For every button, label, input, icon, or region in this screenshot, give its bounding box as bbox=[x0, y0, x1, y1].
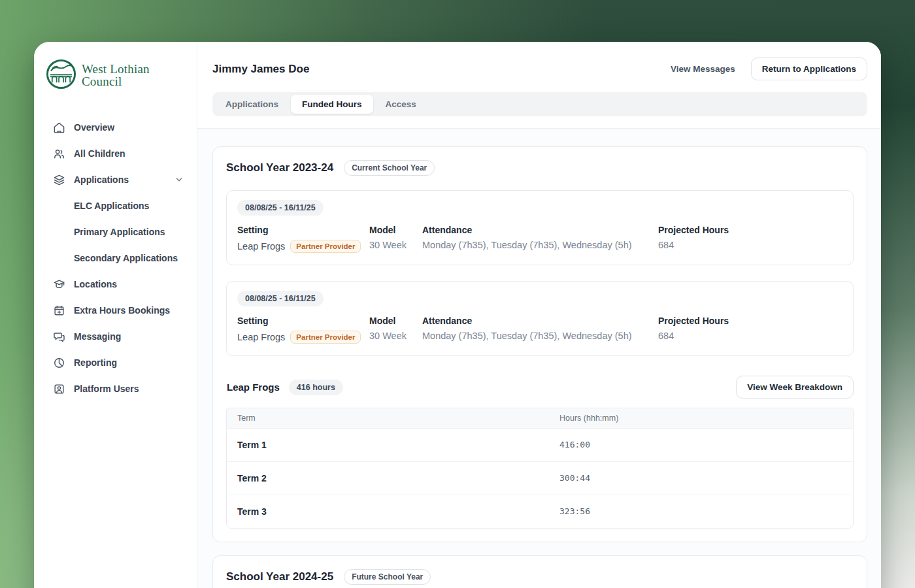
return-to-applications-button[interactable]: Return to Applications bbox=[751, 57, 867, 80]
sidebar-item-label: Overview bbox=[74, 122, 114, 133]
projected-hours-value: 684 bbox=[658, 240, 842, 250]
setting-value: Leap Frogs bbox=[237, 332, 285, 342]
date-range-badge: 08/08/25 - 16/11/25 bbox=[237, 291, 324, 306]
model-value: 30 Week bbox=[369, 240, 422, 250]
sidebar-nav: Overview All Children Applications ELC A… bbox=[46, 114, 188, 402]
sidebar-item-label: Applications bbox=[74, 174, 129, 185]
future-school-year-badge: Future School Year bbox=[344, 569, 431, 585]
date-range-badge: 08/08/25 - 16/11/25 bbox=[237, 200, 324, 216]
layers-icon bbox=[52, 173, 65, 186]
sidebar-item-elc-applications[interactable]: ELC Applications bbox=[46, 193, 188, 219]
sidebar-item-label: Messaging bbox=[74, 331, 121, 342]
hours-column-header: Hours (hhh:mm) bbox=[549, 408, 853, 428]
projected-hours-column: Projected Hours 684 bbox=[658, 316, 842, 344]
projected-hours-value: 684 bbox=[658, 331, 842, 341]
view-messages-link[interactable]: View Messages bbox=[671, 64, 735, 74]
term-column-header: Term bbox=[227, 408, 549, 428]
sidebar-item-secondary-applications[interactable]: Secondary Applications bbox=[46, 245, 188, 271]
model-column: Model 30 Week bbox=[369, 316, 422, 344]
tab-bar: Applications Funded Hours Access bbox=[212, 92, 867, 116]
attendance-column: Attendance Monday (7h35), Tuesday (7h35)… bbox=[422, 316, 658, 344]
term-cell: Term 2 bbox=[227, 462, 549, 495]
page-title: Jimmy James Doe bbox=[212, 63, 309, 76]
sidebar-item-overview[interactable]: Overview bbox=[46, 114, 188, 140]
hours-cell: 323:56 bbox=[549, 495, 853, 528]
chevron-down-icon bbox=[175, 175, 184, 184]
setting-value: Leap Frogs bbox=[237, 241, 285, 252]
tab-applications[interactable]: Applications bbox=[214, 95, 290, 114]
sidebar-item-label: Extra Hours Bookings bbox=[74, 305, 170, 316]
main-area: Jimmy James Doe View Messages Return to … bbox=[197, 42, 881, 588]
tab-access[interactable]: Access bbox=[374, 95, 427, 114]
school-icon bbox=[52, 278, 65, 291]
current-school-year-badge: Current School Year bbox=[344, 160, 435, 176]
setting-label: Setting bbox=[237, 225, 369, 235]
council-crest-icon bbox=[46, 59, 76, 92]
sidebar: West Lothian Council Overview All Childr… bbox=[34, 42, 197, 588]
setting-column: Setting Leap Frogs Partner Provider bbox=[237, 225, 369, 253]
funded-hours-entry: 08/08/25 - 16/11/25 Setting Leap Frogs P… bbox=[226, 281, 854, 356]
sidebar-item-label: Secondary Applications bbox=[74, 253, 178, 263]
view-week-breakdown-button[interactable]: View Week Breakdown bbox=[736, 376, 854, 399]
model-value: 30 Week bbox=[369, 331, 422, 341]
school-year-card-2023-24: School Year 2023-24 Current School Year … bbox=[212, 146, 867, 542]
table-row: Term 3 323:56 bbox=[227, 495, 853, 528]
model-label: Model bbox=[369, 316, 422, 326]
sidebar-item-label: Primary Applications bbox=[74, 227, 165, 237]
partner-provider-badge: Partner Provider bbox=[290, 331, 361, 344]
school-year-title: School Year 2023-24 bbox=[226, 161, 333, 174]
sidebar-item-label: ELC Applications bbox=[74, 201, 149, 211]
attendance-label: Attendance bbox=[422, 225, 658, 235]
hours-cell: 300:44 bbox=[549, 462, 853, 495]
council-logo-text: West Lothian Council bbox=[82, 63, 150, 88]
attendance-value: Monday (7h35), Tuesday (7h35), Wednesday… bbox=[422, 331, 658, 341]
app-window: West Lothian Council Overview All Childr… bbox=[34, 42, 881, 588]
projected-hours-column: Projected Hours 684 bbox=[658, 225, 842, 253]
sidebar-item-label: Locations bbox=[74, 279, 117, 289]
setting-label: Setting bbox=[237, 316, 369, 326]
hours-cell: 416:00 bbox=[549, 429, 853, 461]
user-card-icon bbox=[52, 382, 65, 395]
school-year-card-2024-25: School Year 2024-25 Future School Year bbox=[212, 555, 867, 588]
table-row: Term 2 300:44 bbox=[227, 462, 853, 495]
provider-name: Leap Frogs bbox=[227, 382, 280, 393]
projected-hours-label: Projected Hours bbox=[658, 316, 842, 326]
page-header: Jimmy James Doe View Messages Return to … bbox=[197, 42, 881, 129]
total-hours-badge: 416 hours bbox=[289, 380, 343, 395]
home-icon bbox=[52, 121, 65, 134]
council-logo: West Lothian Council bbox=[46, 59, 188, 92]
table-header-row: Term Hours (hhh:mm) bbox=[227, 408, 853, 429]
school-year-title: School Year 2024-25 bbox=[226, 570, 333, 583]
content-area: School Year 2023-24 Current School Year … bbox=[197, 129, 881, 588]
model-column: Model 30 Week bbox=[369, 225, 422, 253]
partner-provider-badge: Partner Provider bbox=[290, 240, 361, 253]
attendance-value: Monday (7h35), Tuesday (7h35), Wednesday… bbox=[422, 240, 658, 250]
tab-funded-hours[interactable]: Funded Hours bbox=[291, 95, 373, 114]
calendar-plus-icon bbox=[52, 304, 65, 317]
funded-hours-entry: 08/08/25 - 16/11/25 Setting Leap Frogs P… bbox=[226, 190, 854, 265]
table-row: Term 1 416:00 bbox=[227, 429, 853, 462]
sidebar-item-all-children[interactable]: All Children bbox=[46, 140, 188, 167]
attendance-label: Attendance bbox=[422, 316, 658, 326]
sidebar-item-platform-users[interactable]: Platform Users bbox=[46, 376, 188, 402]
sidebar-item-locations[interactable]: Locations bbox=[46, 271, 188, 297]
users-icon bbox=[52, 147, 65, 160]
sidebar-item-primary-applications[interactable]: Primary Applications bbox=[46, 219, 188, 245]
setting-column: Setting Leap Frogs Partner Provider bbox=[237, 316, 369, 344]
sidebar-item-label: Platform Users bbox=[74, 384, 139, 394]
chat-bubbles-icon bbox=[52, 330, 65, 343]
sidebar-item-label: All Children bbox=[74, 148, 125, 159]
sidebar-item-messaging[interactable]: Messaging bbox=[46, 323, 188, 350]
sidebar-item-label: Reporting bbox=[74, 357, 117, 368]
sidebar-item-extra-hours-bookings[interactable]: Extra Hours Bookings bbox=[46, 297, 188, 323]
sidebar-item-reporting[interactable]: Reporting bbox=[46, 350, 188, 376]
model-label: Model bbox=[369, 225, 422, 235]
pie-chart-icon bbox=[52, 356, 65, 369]
sidebar-item-applications[interactable]: Applications bbox=[46, 167, 188, 193]
term-cell: Term 1 bbox=[227, 429, 549, 461]
term-cell: Term 3 bbox=[227, 495, 549, 528]
projected-hours-label: Projected Hours bbox=[658, 225, 842, 235]
term-hours-table: Term Hours (hhh:mm) Term 1 416:00 Term 2… bbox=[226, 408, 854, 529]
attendance-column: Attendance Monday (7h35), Tuesday (7h35)… bbox=[422, 225, 658, 253]
